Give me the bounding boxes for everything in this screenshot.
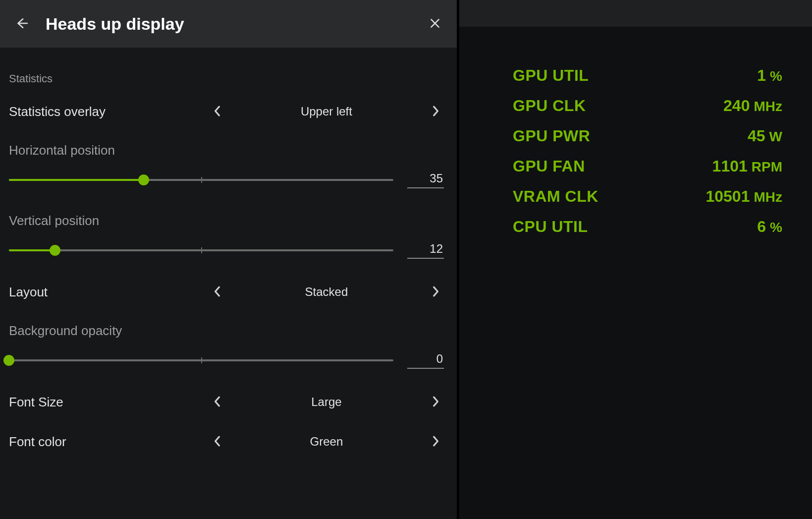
hud-num: 1 — [757, 66, 766, 85]
label-font-color: Font color — [9, 434, 209, 450]
vpos-input[interactable] — [407, 241, 444, 259]
fontcolor-value: Green — [226, 435, 427, 449]
slider-tick — [201, 247, 202, 253]
selector-layout: Stacked — [209, 284, 444, 300]
slider-tick — [201, 357, 202, 363]
hud-row-gpu-clk: GPU CLK 240 MHz — [513, 97, 782, 115]
hud-value-cpu-util: 6 % — [757, 218, 782, 236]
preview-topbar — [459, 0, 812, 27]
label-horizontal-position: Horizontal position — [9, 143, 444, 158]
label-statistics-overlay: Statistics overlay — [9, 104, 209, 119]
chevron-left-icon — [214, 436, 221, 448]
bgopacity-input[interactable] — [407, 351, 444, 369]
hud-unit: % — [770, 68, 782, 84]
fontsize-next-button[interactable] — [427, 394, 444, 410]
slider-thumb[interactable] — [3, 355, 14, 366]
setting-font-color: Font color Green — [9, 433, 444, 450]
hud-unit: % — [770, 220, 782, 235]
setting-font-size: Font Size Large — [9, 394, 444, 410]
hud-num: 45 — [748, 127, 765, 145]
layout-prev-button[interactable] — [209, 284, 226, 300]
hud-row-gpu-fan: GPU FAN 1101 RPM — [513, 157, 782, 175]
settings-panel: Heads up display Statistics Statistics o… — [0, 0, 457, 519]
hud-row-gpu-util: GPU UTIL 1 % — [513, 66, 782, 85]
arrow-left-icon — [15, 17, 28, 31]
setting-statistics-overlay: Statistics overlay Upper left — [9, 103, 444, 120]
hud-value-gpu-pwr: 45 W — [748, 127, 782, 145]
label-background-opacity: Background opacity — [9, 323, 444, 339]
chevron-right-icon — [432, 286, 439, 298]
hpos-input[interactable] — [407, 171, 444, 188]
fontsize-prev-button[interactable] — [209, 394, 226, 410]
panel-body[interactable]: Statistics Statistics overlay Upper left… — [0, 48, 457, 519]
setting-vertical-position: Vertical position — [9, 213, 444, 259]
slider-fill — [9, 249, 55, 251]
hud-label-gpu-fan: GPU FAN — [513, 157, 585, 175]
close-button[interactable] — [425, 14, 445, 34]
hud-label-vram-clk: VRAM CLK — [513, 187, 598, 206]
slider-tick — [201, 177, 202, 183]
section-label-statistics: Statistics — [9, 72, 444, 85]
hud-row-cpu-util: CPU UTIL 6 % — [513, 218, 782, 236]
hud-value-gpu-fan: 1101 RPM — [712, 157, 782, 175]
bgopacity-slider[interactable] — [9, 359, 393, 361]
selector-statistics-overlay: Upper left — [209, 103, 444, 120]
back-button[interactable] — [12, 14, 32, 34]
hud-value-gpu-util: 1 % — [757, 66, 782, 85]
chevron-left-icon — [214, 286, 221, 298]
fontcolor-prev-button[interactable] — [209, 433, 226, 450]
hud-label-gpu-util: GPU UTIL — [513, 66, 589, 85]
hud-row-vram-clk: VRAM CLK 10501 MHz — [513, 187, 782, 206]
hud-unit: MHz — [754, 189, 782, 205]
setting-horizontal-position: Horizontal position — [9, 143, 444, 188]
setting-background-opacity: Background opacity — [9, 323, 444, 369]
label-vertical-position: Vertical position — [9, 213, 444, 229]
hud-value-gpu-clk: 240 MHz — [723, 97, 782, 115]
chevron-right-icon — [432, 396, 439, 408]
hud-label-gpu-clk: GPU CLK — [513, 97, 586, 115]
fontcolor-next-button[interactable] — [427, 433, 444, 450]
slider-thumb[interactable] — [50, 245, 60, 256]
selector-font-color: Green — [209, 433, 444, 450]
overlay-next-button[interactable] — [427, 103, 444, 120]
hud-overlay: GPU UTIL 1 % GPU CLK 240 MHz GPU PWR 45 … — [459, 66, 812, 248]
layout-value: Stacked — [226, 285, 427, 299]
preview-spacer — [459, 27, 812, 66]
label-layout: Layout — [9, 285, 209, 300]
chevron-left-icon — [214, 396, 221, 408]
slider-thumb[interactable] — [138, 174, 149, 185]
hud-unit: RPM — [752, 159, 782, 175]
chevron-right-icon — [432, 436, 439, 448]
slider-row-vpos — [9, 241, 444, 259]
hud-num: 6 — [757, 218, 766, 236]
hud-label-cpu-util: CPU UTIL — [513, 218, 588, 236]
hud-unit: MHz — [754, 99, 782, 115]
chevron-left-icon — [214, 106, 221, 118]
slider-fill — [9, 179, 144, 181]
selector-font-size: Large — [209, 394, 444, 410]
hud-value-vram-clk: 10501 MHz — [705, 187, 782, 206]
slider-row-bgopacity — [9, 351, 444, 369]
hud-row-gpu-pwr: GPU PWR 45 W — [513, 127, 782, 145]
chevron-right-icon — [432, 106, 439, 118]
hud-label-gpu-pwr: GPU PWR — [513, 127, 590, 145]
hpos-slider[interactable] — [9, 179, 393, 181]
label-font-size: Font Size — [9, 395, 209, 410]
hud-num: 10501 — [705, 187, 750, 206]
overlay-value: Upper left — [226, 105, 427, 118]
slider-row-hpos — [9, 171, 444, 188]
app-root: Heads up display Statistics Statistics o… — [0, 0, 812, 519]
hud-num: 240 — [723, 97, 750, 115]
panel-header: Heads up display — [0, 0, 457, 48]
fontsize-value: Large — [226, 395, 427, 409]
close-icon — [429, 17, 441, 31]
hud-unit: W — [769, 129, 782, 145]
hud-num: 1101 — [712, 157, 748, 175]
setting-layout: Layout Stacked — [9, 284, 444, 300]
overlay-prev-button[interactable] — [209, 103, 226, 120]
vpos-slider[interactable] — [9, 249, 393, 251]
layout-next-button[interactable] — [427, 284, 444, 300]
preview-pane: GPU UTIL 1 % GPU CLK 240 MHz GPU PWR 45 … — [457, 0, 812, 519]
page-title: Heads up display — [46, 14, 411, 34]
